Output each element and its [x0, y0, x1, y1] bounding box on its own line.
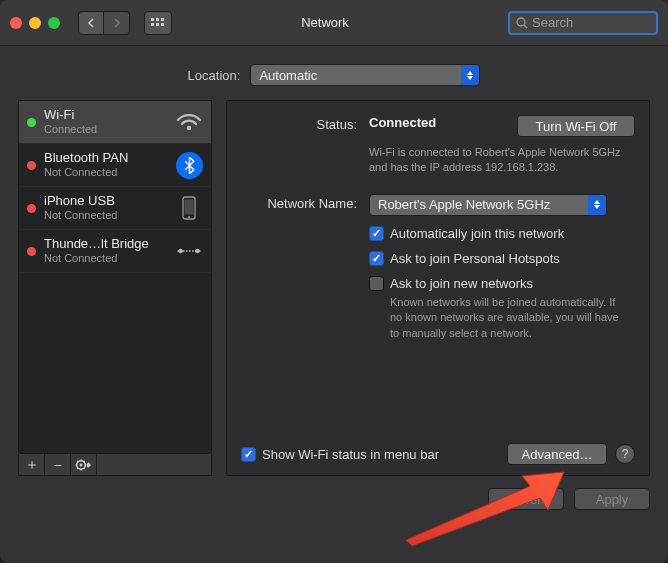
- footer-buttons: Revert Apply: [0, 476, 668, 510]
- advanced-button[interactable]: Advanced…: [507, 443, 607, 465]
- iphone-icon: [175, 194, 203, 222]
- status-value: Connected: [369, 115, 436, 130]
- auto-join-label: Automatically join this network: [390, 226, 564, 241]
- sidebar-item-label: Wi-Fi: [44, 108, 167, 123]
- search-icon: [516, 17, 528, 29]
- ask-new-networks-hint: Known networks will be joined automatica…: [390, 295, 630, 341]
- svg-rect-3: [151, 23, 154, 26]
- panels: Wi-Fi Connected Bluetooth PAN Not Connec…: [0, 100, 668, 476]
- network-prefs-window: Network Search Location: Automatic Wi-Fi…: [0, 0, 668, 563]
- network-name-select[interactable]: Robert's Apple Network 5GHz: [369, 194, 607, 216]
- svg-point-15: [79, 463, 82, 466]
- window-controls: [10, 17, 60, 29]
- show-menubar-checkbox[interactable]: [241, 447, 256, 462]
- window-title: Network: [180, 15, 500, 30]
- close-icon[interactable]: [10, 17, 22, 29]
- network-name-label: Network Name:: [241, 194, 357, 216]
- ask-new-networks-label: Ask to join new networks: [390, 276, 533, 291]
- svg-rect-5: [161, 23, 164, 26]
- help-button[interactable]: ?: [615, 444, 635, 464]
- revert-button[interactable]: Revert: [488, 488, 564, 510]
- sidebar-item-label: iPhone USB: [44, 194, 167, 209]
- main-box: Status: Connected Turn Wi-Fi Off Wi-Fi i…: [226, 100, 650, 476]
- sidebar-toolbar: ＋ −: [18, 454, 212, 476]
- titlebar: Network Search: [0, 0, 668, 46]
- svg-line-7: [524, 25, 527, 28]
- svg-rect-4: [156, 23, 159, 26]
- show-all-button[interactable]: [144, 11, 172, 35]
- show-menubar-label: Show Wi-Fi status in menu bar: [262, 447, 439, 462]
- sidebar-item-status: Not Connected: [44, 252, 167, 265]
- svg-rect-1: [156, 18, 159, 21]
- search-placeholder: Search: [532, 15, 573, 30]
- add-interface-button[interactable]: ＋: [19, 454, 45, 475]
- status-dot-icon: [27, 161, 36, 170]
- chevron-updown-icon: [461, 65, 479, 85]
- sidebar-item-thunderbolt[interactable]: Thunde…lt Bridge Not Connected: [19, 230, 211, 273]
- interfaces-sidebar: Wi-Fi Connected Bluetooth PAN Not Connec…: [18, 100, 212, 476]
- status-dot-icon: [27, 204, 36, 213]
- sidebar-item-bluetooth[interactable]: Bluetooth PAN Not Connected: [19, 144, 211, 187]
- sidebar-item-label: Bluetooth PAN: [44, 151, 167, 166]
- wifi-icon: [175, 108, 203, 136]
- svg-point-8: [187, 126, 191, 130]
- chevron-updown-icon: [588, 195, 606, 215]
- status-info: Wi-Fi is connected to Robert's Apple Net…: [369, 145, 635, 176]
- auto-join-checkbox[interactable]: [369, 226, 384, 241]
- search-input[interactable]: Search: [508, 11, 658, 35]
- svg-rect-10: [185, 200, 194, 215]
- network-name-value: Robert's Apple Network 5GHz: [378, 197, 550, 212]
- svg-line-22: [77, 467, 78, 468]
- sidebar-item-iphone-usb[interactable]: iPhone USB Not Connected: [19, 187, 211, 230]
- location-value: Automatic: [259, 68, 317, 83]
- sidebar-item-status: Not Connected: [44, 166, 167, 179]
- ask-hotspot-label: Ask to join Personal Hotspots: [390, 251, 560, 266]
- apply-button[interactable]: Apply: [574, 488, 650, 510]
- svg-line-23: [83, 461, 84, 462]
- interface-actions-button[interactable]: [71, 454, 97, 475]
- status-label: Status:: [241, 115, 357, 137]
- status-dot-icon: [27, 118, 36, 127]
- svg-point-11: [188, 216, 190, 218]
- sidebar-item-wifi[interactable]: Wi-Fi Connected: [19, 101, 211, 144]
- sidebar-item-label: Thunde…lt Bridge: [44, 237, 167, 252]
- svg-rect-2: [161, 18, 164, 21]
- back-button[interactable]: [78, 11, 104, 35]
- location-select[interactable]: Automatic: [250, 64, 480, 86]
- nav-buttons: [78, 11, 130, 35]
- status-dot-icon: [27, 247, 36, 256]
- svg-line-21: [83, 467, 84, 468]
- ask-hotspot-checkbox[interactable]: [369, 251, 384, 266]
- forward-button[interactable]: [104, 11, 130, 35]
- svg-rect-0: [151, 18, 154, 21]
- svg-point-6: [517, 18, 525, 26]
- ask-new-networks-checkbox[interactable]: [369, 276, 384, 291]
- sidebar-item-status: Not Connected: [44, 209, 167, 222]
- interfaces-list: Wi-Fi Connected Bluetooth PAN Not Connec…: [18, 100, 212, 454]
- svg-line-20: [77, 461, 78, 462]
- minimize-icon[interactable]: [29, 17, 41, 29]
- remove-interface-button[interactable]: −: [45, 454, 71, 475]
- turn-wifi-off-button[interactable]: Turn Wi-Fi Off: [517, 115, 635, 137]
- main-panel: Status: Connected Turn Wi-Fi Off Wi-Fi i…: [226, 100, 650, 476]
- location-row: Location: Automatic: [0, 64, 668, 86]
- bluetooth-icon: [175, 151, 203, 179]
- zoom-icon[interactable]: [48, 17, 60, 29]
- thunderbolt-bridge-icon: [175, 237, 203, 265]
- location-label: Location:: [188, 68, 241, 83]
- sidebar-item-status: Connected: [44, 123, 167, 136]
